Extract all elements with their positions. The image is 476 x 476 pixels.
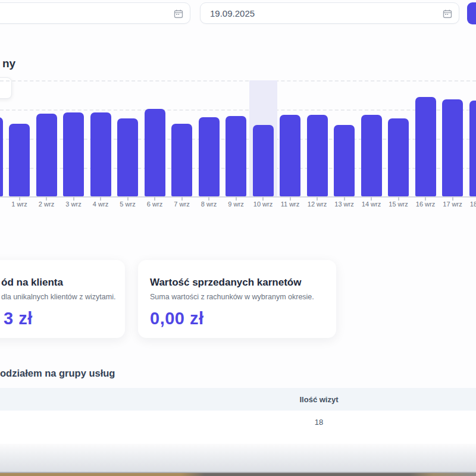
card-title: ód na klienta [0,277,113,289]
chart-bar [9,124,30,196]
table-header-visits: Ilość wizyt [238,388,400,411]
x-axis-line [0,196,476,198]
visits-count-cell: 18 [238,418,400,427]
desktop-wallpaper-strip [0,473,476,476]
card-title: Wartość sprzedanych karnetów [150,277,324,289]
table-header-row: Ilość wizyt [0,388,476,411]
chart-bar [145,109,165,196]
card-subtitle: Suma wartości z rachunków w wybranym okr… [150,293,324,301]
chart-bar [117,118,138,196]
chart-bar [171,124,192,196]
card-revenue-per-client: ód na klienta dla unikalnych klientów z … [0,260,125,338]
table-row: 18 [0,411,476,444]
chart-bar [253,125,274,196]
chart-bar [63,112,84,196]
card-value: 3 zł [0,309,113,328]
chart-bar [199,117,220,196]
section-title-service-groups: odziałem na grupy usług [0,368,115,379]
card-value: 0,00 zł [150,309,324,328]
chart-bar [442,99,463,196]
chart-bar [469,101,476,196]
card-subtitle: dla unikalnych klientów z wizytami. [0,293,113,301]
chart-bar [388,118,409,196]
chart-plot [0,0,476,197]
chart-bar [361,115,382,196]
chart-bar [36,114,57,196]
chart-bar [415,97,436,196]
chart-bar [90,112,111,196]
chart-bar [334,125,355,196]
window-bottom-area [0,444,476,472]
chart-bar [307,115,328,196]
dashboard-page: 19.09.2025 ny 1 wrz2 wrz3 wrz4 wrz5 wrz6… [0,0,476,476]
chart-bar [0,117,3,196]
chart-bar [280,115,300,196]
card-passes-value: Wartość sprzedanych karnetów Suma wartoś… [138,260,336,338]
chart-bar [226,116,246,196]
x-axis-label: 18 wrz [463,201,476,208]
